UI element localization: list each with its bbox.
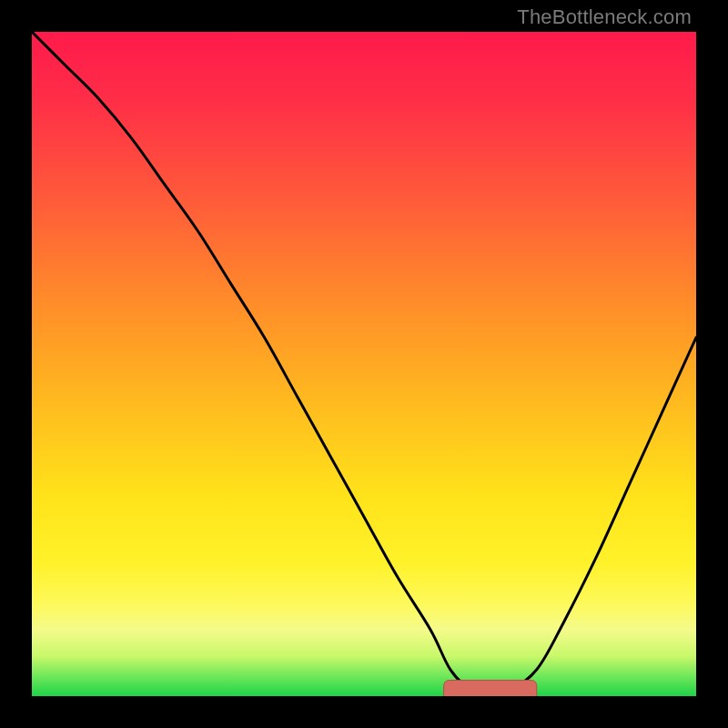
watermark-text: TheBottleneck.com [517,5,692,29]
optimal-range-marker [444,680,537,696]
plot-area [32,32,696,696]
chart-frame: TheBottleneck.com [0,0,728,728]
gradient-background [32,32,696,696]
chart-svg [32,32,696,696]
